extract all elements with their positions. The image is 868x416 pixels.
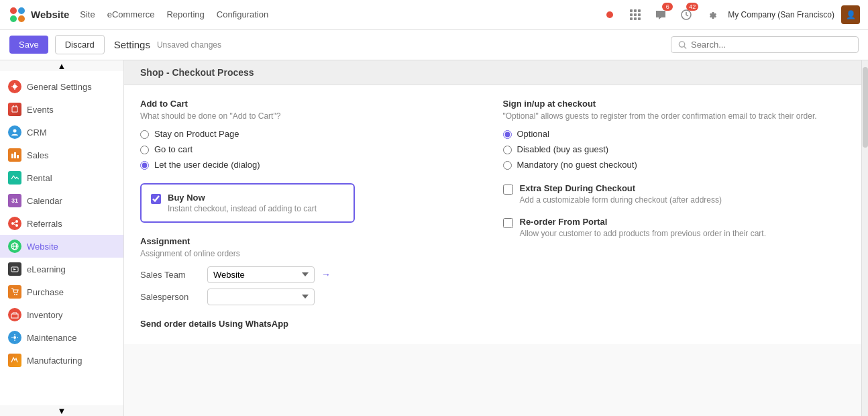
nav-reporting[interactable]: Reporting (166, 9, 204, 19)
nav-ecommerce[interactable]: eCommerce (107, 9, 155, 19)
sidebar-item-general-settings[interactable]: General Settings (0, 75, 123, 98)
brand-name: Website (31, 9, 69, 20)
sidebar-item-website[interactable]: Website (0, 235, 123, 258)
extra-step-checkbox[interactable] (503, 185, 513, 195)
sales-team-select[interactable]: Website Sales Team A (207, 266, 315, 283)
sidebar-item-maintenance[interactable]: Maintenance (0, 326, 123, 349)
sidebar-item-website-label: Website (27, 242, 58, 252)
activity-button[interactable]: 42 (677, 5, 696, 24)
sidebar-item-elearning[interactable]: eLearning (0, 258, 123, 280)
section-title: Shop - Checkout Process (140, 67, 254, 78)
sidebar-scroll-up[interactable]: ▲ (0, 60, 123, 71)
nav-site[interactable]: Site (80, 9, 95, 19)
search-input[interactable] (691, 40, 851, 50)
svg-rect-6 (638, 9, 641, 12)
add-to-cart-group: Add to Cart What should be done on "Add … (140, 99, 483, 170)
sidebar-item-elearning-label: eLearning (27, 264, 66, 274)
svg-rect-9 (638, 13, 641, 16)
svg-point-25 (15, 224, 18, 227)
sidebar-item-inventory[interactable]: Inventory (0, 303, 123, 326)
sidebar-item-calendar-label: Calendar (27, 196, 62, 206)
sidebar-item-referrals-label: Referrals (27, 219, 62, 229)
svg-rect-22 (17, 155, 19, 158)
radio-let-user-decide[interactable]: Let the user decide (dialog) (140, 160, 483, 170)
add-to-cart-desc: What should be done on "Add to Cart"? (140, 111, 483, 122)
sidebar-item-events[interactable]: Events (0, 98, 123, 121)
right-scrollbar[interactable] (861, 60, 868, 416)
sidebar-item-purchase[interactable]: Purchase (0, 280, 123, 303)
settings-gear-button[interactable] (702, 5, 721, 24)
radio-stay-label: Stay on Product Page (154, 129, 239, 139)
section-header: Shop - Checkout Process (124, 60, 861, 85)
user-avatar[interactable]: 👤 (841, 5, 860, 24)
reorder-title: Re-order From Portal (520, 217, 767, 227)
radio-stay-input[interactable] (140, 130, 149, 139)
svg-line-26 (14, 222, 15, 223)
sign-in-desc: "Optional" allows guests to register fro… (503, 111, 846, 122)
radio-go-input[interactable] (140, 146, 149, 154)
elearning-icon (8, 262, 21, 276)
section-body: Add to Cart What should be done on "Add … (124, 85, 861, 344)
reorder-checkbox[interactable] (503, 218, 513, 228)
buy-now-desc: Instant checkout, instead of adding to c… (168, 204, 317, 213)
purchase-icon (8, 285, 21, 299)
sidebar-item-rental-label: Rental (27, 173, 52, 183)
buy-now-checkbox[interactable] (151, 194, 161, 204)
svg-point-24 (15, 220, 18, 223)
main-layout: ▲ General Settings Events CRM Sales (0, 60, 868, 416)
sales-icon (8, 148, 21, 162)
radio-disabled-input[interactable] (503, 146, 512, 154)
nav-configuration[interactable]: Configuration (217, 9, 268, 19)
sidebar-item-manufacturing-label: Manufacturing (27, 356, 82, 366)
svg-point-23 (11, 222, 14, 225)
svg-rect-5 (634, 9, 637, 12)
svg-point-34 (16, 294, 17, 295)
sidebar-item-sales[interactable]: Sales (0, 144, 123, 166)
sales-team-row: Sales Team Website Sales Team A → (140, 266, 483, 283)
sidebar-item-crm-label: CRM (27, 127, 47, 138)
salesperson-label: Salesperson (140, 292, 201, 302)
radio-stay-on-page[interactable]: Stay on Product Page (140, 129, 483, 139)
radio-disabled[interactable]: Disabled (buy as guest) (503, 144, 846, 154)
messages-badge: 6 (662, 3, 673, 11)
settings-toolbar: Save Discard Settings Unsaved changes (0, 30, 868, 60)
sidebar-item-manufacturing[interactable]: Manufacturing (0, 349, 123, 372)
radio-optional[interactable]: Optional (503, 129, 846, 139)
reorder-option: Re-order From Portal Allow your customer… (503, 217, 846, 240)
radio-mandatory[interactable]: Mandatory (no guest checkout) (503, 160, 846, 170)
nav-links: Site eCommerce Reporting Configuration (80, 9, 268, 19)
svg-point-3 (18, 15, 25, 22)
save-button[interactable]: Save (9, 36, 48, 54)
sidebar-item-referrals[interactable]: Referrals (0, 212, 123, 235)
sidebar-item-calendar[interactable]: 31 Calendar (0, 189, 123, 212)
radio-mandatory-input[interactable] (503, 161, 512, 170)
sign-in-group: Sign in/up at checkout "Optional" allows… (503, 99, 846, 170)
svg-point-19 (13, 129, 17, 133)
sidebar-scroll-down[interactable]: ▼ (0, 405, 123, 416)
general-settings-icon (8, 80, 21, 93)
apps-grid-button[interactable] (626, 5, 645, 24)
sidebar-item-general-settings-label: General Settings (27, 82, 92, 92)
assignment-title: Assignment (140, 236, 483, 246)
svg-rect-11 (634, 17, 637, 20)
sidebar-item-maintenance-label: Maintenance (27, 333, 76, 343)
discard-button[interactable]: Discard (55, 35, 105, 54)
sales-team-arrow[interactable]: → (321, 269, 331, 280)
sidebar-item-inventory-label: Inventory (27, 310, 62, 320)
manufacturing-icon (8, 354, 21, 367)
salesperson-select[interactable] (207, 289, 315, 305)
svg-point-2 (10, 15, 17, 22)
sidebar-item-rental[interactable]: Rental (0, 166, 123, 189)
svg-point-36 (13, 336, 16, 339)
referrals-icon (8, 217, 21, 230)
add-to-cart-title: Add to Cart (140, 99, 483, 109)
radio-decide-input[interactable] (140, 161, 149, 170)
whatsapp-section: Send order details Using WhatsApp (140, 319, 483, 329)
status-dot-button[interactable] (600, 5, 619, 24)
company-name: My Company (San Francisco) (728, 10, 834, 19)
radio-optional-input[interactable] (503, 130, 512, 139)
extra-step-option: Extra Step During Checkout Add a customi… (503, 183, 846, 206)
radio-go-to-cart[interactable]: Go to cart (140, 144, 483, 154)
sidebar-item-crm[interactable]: CRM (0, 121, 123, 144)
messages-button[interactable]: 6 (651, 5, 670, 24)
